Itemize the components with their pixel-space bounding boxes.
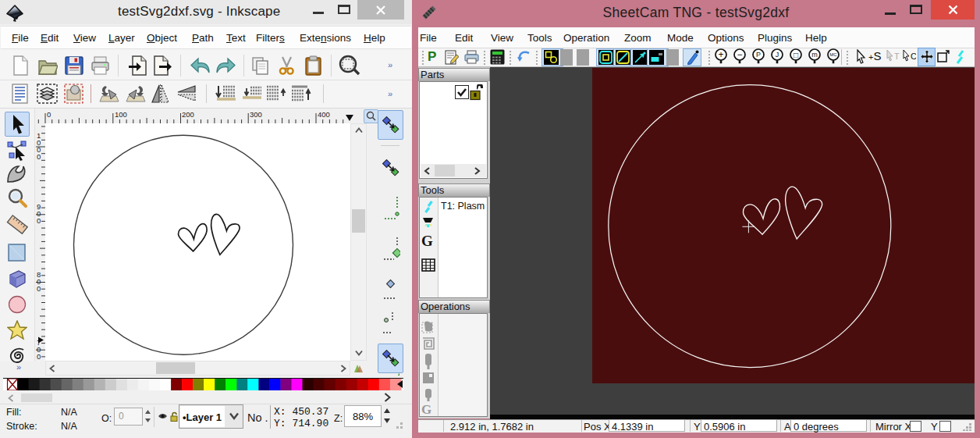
svg-text:+: + xyxy=(718,49,723,60)
svg-text:0: 0 xyxy=(37,152,41,161)
svg-text:P: P xyxy=(756,51,761,59)
svg-text:0: 0 xyxy=(37,216,41,225)
svg-text:0: 0 xyxy=(37,352,41,361)
svg-text:□: □ xyxy=(794,51,798,59)
svg-text:J: J xyxy=(776,51,779,59)
svg-text:0: 0 xyxy=(47,110,51,119)
svg-text:0: 0 xyxy=(37,284,41,293)
svg-text:−: − xyxy=(737,49,742,60)
svg-text:C: C xyxy=(911,52,916,61)
svg-text:100: 100 xyxy=(115,110,127,119)
svg-text:300: 300 xyxy=(250,110,262,119)
svg-text:200: 200 xyxy=(182,110,194,119)
svg-text:m: m xyxy=(811,51,818,59)
svg-text:MC: MC xyxy=(829,52,837,57)
svg-text:T: T xyxy=(894,52,900,61)
svg-text:400: 400 xyxy=(318,110,330,119)
